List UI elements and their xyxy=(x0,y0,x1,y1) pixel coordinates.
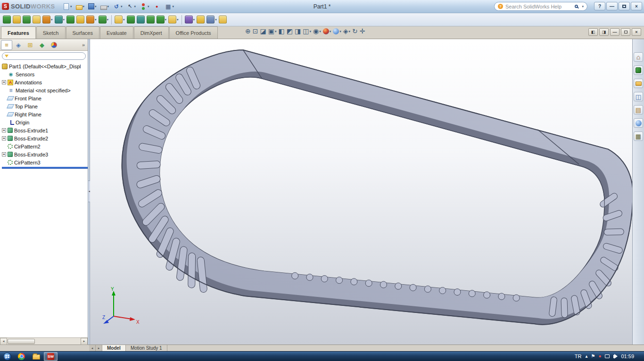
move-entities-button[interactable]: ▾ xyxy=(168,15,179,24)
print-button[interactable]: ▾ xyxy=(99,2,111,11)
quick-snaps-button[interactable]: ▾ xyxy=(206,15,217,24)
explorer-taskbar-button[interactable] xyxy=(29,352,43,361)
circle-button[interactable]: ▾ xyxy=(42,15,53,24)
centerpoint-arc-dropdown-icon[interactable]: ▾ xyxy=(63,18,65,21)
configurationmanager-tab[interactable]: ⊞ xyxy=(25,40,36,50)
view-palette-button[interactable]: ▤ xyxy=(634,105,643,115)
minimize-button[interactable]: — xyxy=(606,2,618,10)
expand-icon[interactable]: + xyxy=(2,152,6,156)
design-library-button[interactable] xyxy=(634,66,643,75)
edit-appearance-button[interactable]: ▾ xyxy=(323,28,331,34)
zoom-to-fit-button[interactable]: ⊕ xyxy=(245,28,251,34)
tree-item-part1-default-default-displ[interactable]: Part1 (Default<<Default>_Displ xyxy=(2,62,88,70)
rapid-sketch-button[interactable] xyxy=(218,15,227,24)
displaymanager-tab[interactable] xyxy=(48,40,59,50)
view-orientation-dropdown-icon[interactable]: ▾ xyxy=(275,30,277,33)
scroll-right-icon[interactable]: ▸ xyxy=(81,338,88,345)
select-dropdown-icon[interactable]: ▾ xyxy=(134,5,136,8)
rotate-view-button[interactable]: ↻ xyxy=(352,28,358,34)
panel-overflow-chevron[interactable]: » xyxy=(82,42,87,48)
iso-view-button[interactable]: ◨ xyxy=(295,28,301,34)
search-icon[interactable] xyxy=(575,5,578,8)
polygon-button[interactable] xyxy=(66,15,75,24)
circle-dropdown-icon[interactable]: ▾ xyxy=(51,18,53,21)
expand-icon[interactable]: + xyxy=(2,136,6,140)
expand-icon[interactable]: + xyxy=(2,80,6,84)
tree-item-boss-extrude3[interactable]: +Boss-Extrude3 xyxy=(2,150,88,158)
convert-entities-button[interactable] xyxy=(126,15,135,24)
macro-record-button[interactable]: ● xyxy=(152,2,162,11)
graphics-area[interactable]: Y X Z xyxy=(90,39,632,345)
tab-scroll-left[interactable]: ◂ xyxy=(89,345,96,351)
trim-entities-button[interactable]: ▾ xyxy=(114,15,125,24)
tree-item-cirpattern2[interactable]: CirPattern2 xyxy=(2,142,88,150)
pan-view-button[interactable]: ✛ xyxy=(360,28,365,34)
display-relations-dropdown-icon[interactable]: ▾ xyxy=(193,18,195,21)
quick-snaps-dropdown-icon[interactable]: ▾ xyxy=(215,18,217,21)
options-button[interactable]: ▦▾ xyxy=(163,2,176,11)
spline-button[interactable] xyxy=(76,15,85,24)
display-relations-button[interactable]: ▾ xyxy=(184,15,196,24)
undo-button[interactable]: ↺▾ xyxy=(111,2,124,11)
hide-show-items-dropdown-icon[interactable]: ▾ xyxy=(319,30,321,33)
tree-item-annotations[interactable]: +AAnnotations xyxy=(2,78,88,86)
view-settings-button[interactable]: ◈▾ xyxy=(343,28,350,34)
custom-properties-button[interactable]: ▦ xyxy=(634,131,643,141)
tree-item-origin[interactable]: Origin xyxy=(2,118,88,126)
filter-input[interactable] xyxy=(2,52,86,60)
move-entities-dropdown-icon[interactable]: ▾ xyxy=(177,18,179,21)
open-dropdown-icon[interactable]: ▾ xyxy=(83,5,85,8)
tree-item-sensors[interactable]: ◉Sensors xyxy=(2,70,88,78)
corner-rectangle-button[interactable] xyxy=(32,15,41,24)
search-box[interactable]: ? Search SolidWorks Help ▾ xyxy=(494,2,587,11)
clock[interactable]: 01:59 xyxy=(621,353,635,359)
apply-scene-dropdown-icon[interactable]: ▾ xyxy=(339,30,341,33)
doc-tab-motion-study-1[interactable]: Motion Study 1 xyxy=(126,345,167,351)
doc-minimize-button[interactable]: — xyxy=(610,28,619,36)
split-left-button[interactable]: ◧ xyxy=(588,28,598,36)
tree-item-front-plane[interactable]: Front Plane xyxy=(2,94,88,102)
split-right-button[interactable]: ◨ xyxy=(599,28,609,36)
doc-restore-button[interactable] xyxy=(621,28,630,36)
section-view-button[interactable]: ◪ xyxy=(260,28,266,34)
tab-surfaces[interactable]: Surfaces xyxy=(66,26,99,39)
tab-office-products[interactable]: Office Products xyxy=(169,26,218,39)
volume-icon[interactable] xyxy=(613,355,615,358)
search-dropdown-icon[interactable]: ▾ xyxy=(582,5,584,8)
tree-item-top-plane[interactable]: Top Plane xyxy=(2,102,88,110)
print-dropdown-icon[interactable]: ▾ xyxy=(107,5,109,8)
close-button[interactable]: × xyxy=(631,2,642,10)
action-center-flag-icon[interactable]: ⚑ xyxy=(591,354,595,359)
trim-entities-dropdown-icon[interactable]: ▾ xyxy=(123,18,125,21)
new-button[interactable]: ▾ xyxy=(61,2,74,11)
panel-scrollbar[interactable]: ◂ ▸ xyxy=(0,337,88,345)
restore-button[interactable] xyxy=(619,2,630,10)
offset-entities-button[interactable] xyxy=(136,15,145,24)
tree-item-right-plane[interactable]: Right Plane xyxy=(2,110,88,118)
sketch-button[interactable] xyxy=(2,15,11,24)
rebuild-button[interactable]: ▾ xyxy=(138,2,151,11)
undo-dropdown-icon[interactable]: ▾ xyxy=(121,5,123,8)
tab-sketch[interactable]: Sketch xyxy=(36,26,66,39)
tree-item-boss-extrude2[interactable]: +Boss-Extrude2 xyxy=(2,134,88,142)
repair-sketch-button[interactable] xyxy=(196,15,205,24)
search-pane-button[interactable]: ◫ xyxy=(634,92,643,101)
view-settings-dropdown-icon[interactable]: ▾ xyxy=(348,30,350,33)
ellipse-dropdown-icon[interactable]: ▾ xyxy=(95,18,97,21)
zoom-to-area-button[interactable]: ⊡ xyxy=(253,28,258,34)
edit-appearance-dropdown-icon[interactable]: ▾ xyxy=(330,30,331,33)
select-button[interactable]: ↖▾ xyxy=(125,2,138,11)
save-dropdown-icon[interactable]: ▾ xyxy=(95,5,97,8)
dimxpertmanager-tab[interactable]: ◆ xyxy=(36,40,48,50)
tab-evaluate[interactable]: Evaluate xyxy=(100,26,133,39)
display-style-dropdown-icon[interactable]: ▾ xyxy=(309,30,311,33)
view-orientation-button[interactable]: ▣▾ xyxy=(268,28,277,34)
scroll-left-icon[interactable]: ◂ xyxy=(0,338,7,345)
apply-scene-button[interactable]: ▾ xyxy=(333,28,341,34)
tab-dimxpert[interactable]: DimXpert xyxy=(134,26,169,39)
rebuild-dropdown-icon[interactable]: ▾ xyxy=(148,5,149,8)
scrollbar-thumb[interactable] xyxy=(8,339,35,344)
sketch-fillet-button[interactable]: ▾ xyxy=(98,15,109,24)
doc-close-button[interactable]: × xyxy=(632,28,641,36)
tab-features[interactable]: Features xyxy=(1,26,36,39)
